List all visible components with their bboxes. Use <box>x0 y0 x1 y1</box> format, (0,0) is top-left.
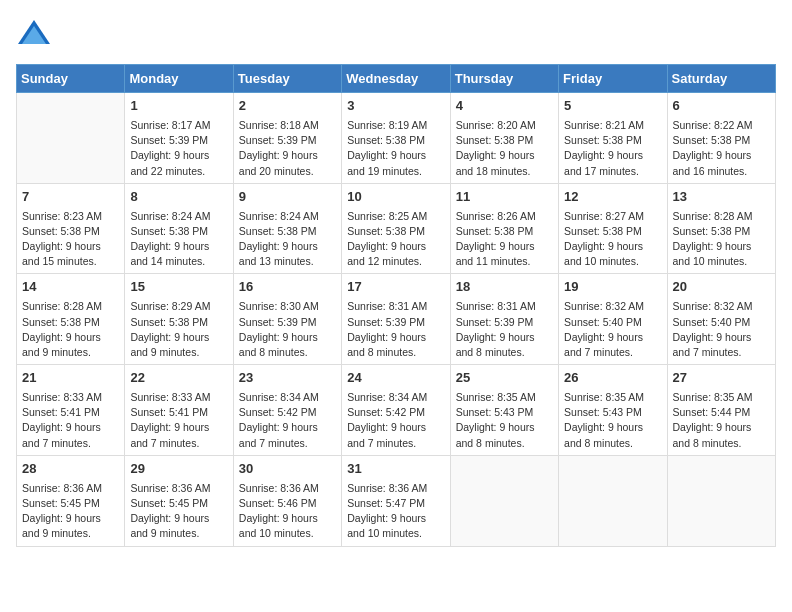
daylight-label: Daylight: 9 hours and 8 minutes. <box>456 331 535 358</box>
sunset-value: 5:38 PM <box>494 134 533 146</box>
day-number: 23 <box>239 369 336 388</box>
header <box>16 16 776 56</box>
sunrise-label: Sunrise: <box>673 119 714 131</box>
day-cell: 8Sunrise: 8:24 AMSunset: 5:38 PMDaylight… <box>125 183 233 274</box>
sunset-label: Sunset: <box>564 406 603 418</box>
sunset-label: Sunset: <box>564 316 603 328</box>
day-cell: 15Sunrise: 8:29 AMSunset: 5:38 PMDayligh… <box>125 274 233 365</box>
sunset-label: Sunset: <box>673 406 712 418</box>
day-number: 22 <box>130 369 227 388</box>
day-cell: 29Sunrise: 8:36 AMSunset: 5:45 PMDayligh… <box>125 455 233 546</box>
sunset-label: Sunset: <box>239 316 278 328</box>
sunrise-label: Sunrise: <box>456 119 497 131</box>
day-info: Sunrise: 8:21 AMSunset: 5:38 PMDaylight:… <box>564 118 661 179</box>
sunrise-label: Sunrise: <box>347 210 388 222</box>
daylight-label: Daylight: 9 hours and 22 minutes. <box>130 149 209 176</box>
day-info: Sunrise: 8:28 AMSunset: 5:38 PMDaylight:… <box>673 209 770 270</box>
day-info: Sunrise: 8:22 AMSunset: 5:38 PMDaylight:… <box>673 118 770 179</box>
day-cell: 6Sunrise: 8:22 AMSunset: 5:38 PMDaylight… <box>667 93 775 184</box>
sunrise-label: Sunrise: <box>347 391 388 403</box>
sunrise-label: Sunrise: <box>239 391 280 403</box>
sunrise-value: 8:31 AM <box>389 300 428 312</box>
day-number: 10 <box>347 188 444 207</box>
sunrise-label: Sunrise: <box>130 300 171 312</box>
day-info: Sunrise: 8:34 AMSunset: 5:42 PMDaylight:… <box>347 390 444 451</box>
sunrise-value: 8:18 AM <box>280 119 319 131</box>
sunset-value: 5:45 PM <box>169 497 208 509</box>
daylight-label: Daylight: 9 hours and 7 minutes. <box>130 421 209 448</box>
daylight-label: Daylight: 9 hours and 7 minutes. <box>564 331 643 358</box>
day-cell: 7Sunrise: 8:23 AMSunset: 5:38 PMDaylight… <box>17 183 125 274</box>
day-number: 16 <box>239 278 336 297</box>
daylight-label: Daylight: 9 hours and 7 minutes. <box>673 331 752 358</box>
sunrise-label: Sunrise: <box>239 119 280 131</box>
sunset-label: Sunset: <box>456 406 495 418</box>
day-number: 9 <box>239 188 336 207</box>
day-number: 15 <box>130 278 227 297</box>
day-info: Sunrise: 8:35 AMSunset: 5:44 PMDaylight:… <box>673 390 770 451</box>
day-number: 17 <box>347 278 444 297</box>
sunrise-value: 8:27 AM <box>606 210 645 222</box>
sunrise-label: Sunrise: <box>130 391 171 403</box>
sunset-label: Sunset: <box>239 497 278 509</box>
sunset-value: 5:40 PM <box>603 316 642 328</box>
sunrise-label: Sunrise: <box>130 119 171 131</box>
sunset-value: 5:45 PM <box>61 497 100 509</box>
day-number: 2 <box>239 97 336 116</box>
sunset-value: 5:38 PM <box>277 225 316 237</box>
sunset-value: 5:47 PM <box>386 497 425 509</box>
day-cell: 19Sunrise: 8:32 AMSunset: 5:40 PMDayligh… <box>559 274 667 365</box>
daylight-label: Daylight: 9 hours and 15 minutes. <box>22 240 101 267</box>
daylight-label: Daylight: 9 hours and 19 minutes. <box>347 149 426 176</box>
day-info: Sunrise: 8:17 AMSunset: 5:39 PMDaylight:… <box>130 118 227 179</box>
sunset-label: Sunset: <box>564 134 603 146</box>
sunset-value: 5:38 PM <box>603 225 642 237</box>
daylight-label: Daylight: 9 hours and 18 minutes. <box>456 149 535 176</box>
week-row-5: 28Sunrise: 8:36 AMSunset: 5:45 PMDayligh… <box>17 455 776 546</box>
sunrise-value: 8:36 AM <box>389 482 428 494</box>
sunset-value: 5:38 PM <box>711 225 750 237</box>
sunrise-value: 8:30 AM <box>280 300 319 312</box>
day-cell: 5Sunrise: 8:21 AMSunset: 5:38 PMDaylight… <box>559 93 667 184</box>
sunrise-value: 8:36 AM <box>280 482 319 494</box>
sunrise-label: Sunrise: <box>347 300 388 312</box>
sunrise-value: 8:33 AM <box>63 391 102 403</box>
sunset-value: 5:41 PM <box>61 406 100 418</box>
day-info: Sunrise: 8:20 AMSunset: 5:38 PMDaylight:… <box>456 118 553 179</box>
daylight-label: Daylight: 9 hours and 14 minutes. <box>130 240 209 267</box>
day-number: 18 <box>456 278 553 297</box>
day-info: Sunrise: 8:32 AMSunset: 5:40 PMDaylight:… <box>564 299 661 360</box>
sunset-label: Sunset: <box>130 497 169 509</box>
day-cell: 1Sunrise: 8:17 AMSunset: 5:39 PMDaylight… <box>125 93 233 184</box>
sunset-label: Sunset: <box>347 225 386 237</box>
sunset-label: Sunset: <box>456 225 495 237</box>
sunrise-value: 8:22 AM <box>714 119 753 131</box>
sunset-label: Sunset: <box>22 406 61 418</box>
calendar-table: SundayMondayTuesdayWednesdayThursdayFrid… <box>16 64 776 547</box>
day-cell: 10Sunrise: 8:25 AMSunset: 5:38 PMDayligh… <box>342 183 450 274</box>
sunset-label: Sunset: <box>564 225 603 237</box>
sunrise-label: Sunrise: <box>239 300 280 312</box>
daylight-label: Daylight: 9 hours and 7 minutes. <box>347 421 426 448</box>
sunrise-value: 8:24 AM <box>172 210 211 222</box>
sunset-label: Sunset: <box>673 316 712 328</box>
sunset-value: 5:39 PM <box>494 316 533 328</box>
day-number: 24 <box>347 369 444 388</box>
day-cell: 21Sunrise: 8:33 AMSunset: 5:41 PMDayligh… <box>17 365 125 456</box>
day-number: 25 <box>456 369 553 388</box>
sunrise-label: Sunrise: <box>347 119 388 131</box>
day-number: 26 <box>564 369 661 388</box>
sunset-label: Sunset: <box>239 406 278 418</box>
sunset-value: 5:41 PM <box>169 406 208 418</box>
sunrise-value: 8:34 AM <box>280 391 319 403</box>
day-info: Sunrise: 8:29 AMSunset: 5:38 PMDaylight:… <box>130 299 227 360</box>
sunrise-value: 8:32 AM <box>606 300 645 312</box>
sunset-label: Sunset: <box>347 497 386 509</box>
day-cell <box>450 455 558 546</box>
sunset-label: Sunset: <box>673 225 712 237</box>
sunrise-value: 8:23 AM <box>63 210 102 222</box>
header-cell-wednesday: Wednesday <box>342 65 450 93</box>
sunrise-label: Sunrise: <box>456 300 497 312</box>
sunrise-label: Sunrise: <box>239 482 280 494</box>
sunrise-label: Sunrise: <box>130 210 171 222</box>
